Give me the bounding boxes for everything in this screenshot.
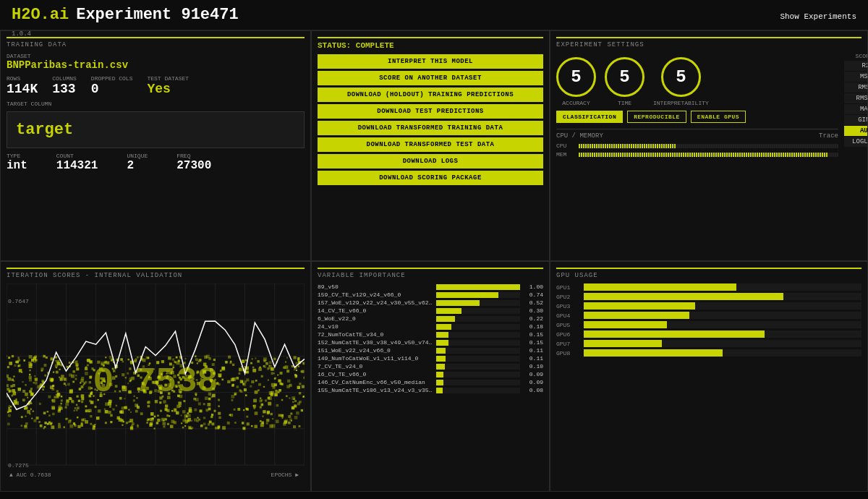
cpu-dot xyxy=(657,153,658,157)
cpu-dot xyxy=(718,144,719,148)
cpu-dot xyxy=(672,144,673,148)
cpu-dot xyxy=(830,144,832,148)
status-button-2[interactable]: DOWNLOAD (HOLDOUT) TRAINING PREDICTIONS xyxy=(318,88,543,102)
cpu-dot xyxy=(815,144,817,148)
scorer-item-logloss[interactable]: LOGLOSS xyxy=(844,137,868,147)
cpu-dot xyxy=(665,153,667,157)
dataset-name: BNPParibas-train.csv xyxy=(7,59,305,71)
scorer-item-rmse[interactable]: RMSE xyxy=(844,82,868,93)
cpu-dot xyxy=(793,144,795,148)
var-value: 0.11 xyxy=(523,355,543,362)
cpu-bar-container xyxy=(579,144,838,148)
show-experiments-link[interactable]: Show Experiments xyxy=(780,12,856,21)
variable-row: 155_NumCatTE_v106_v13_v24_v3_v35_v62_v66… xyxy=(318,387,543,393)
status-button-3[interactable]: DOWNLOAD TEST PREDICTIONS xyxy=(318,104,543,119)
cpu-dot xyxy=(670,144,671,148)
gpu-label: GPU5 xyxy=(556,322,579,328)
test-label: TEST DATASET xyxy=(147,75,189,82)
var-value: 1.00 xyxy=(523,283,543,290)
cpu-dot xyxy=(828,153,830,157)
cpu-dot xyxy=(715,153,717,157)
scorer-item-auc[interactable]: AUC xyxy=(844,126,868,136)
cpu-dot xyxy=(698,144,699,148)
cpu-dot xyxy=(811,144,812,148)
cpu-dot xyxy=(757,144,758,148)
cpu-dot xyxy=(611,153,613,157)
cpu-dot xyxy=(752,153,754,157)
cpu-dot xyxy=(787,144,788,148)
var-value: 0.22 xyxy=(523,315,543,322)
cpu-dot xyxy=(618,153,619,157)
status-button-0[interactable]: INTERPRET THIS MODEL xyxy=(318,54,543,69)
cpu-dot xyxy=(724,144,726,148)
cpu-dot xyxy=(778,153,780,157)
iteration-title: ITERATION SCORES - INTERNAL VALIDATION xyxy=(7,268,305,279)
gpu-bar xyxy=(584,312,689,319)
cpu-dot xyxy=(694,153,695,157)
cpu-dot xyxy=(728,144,730,148)
cpu-dot xyxy=(678,144,680,148)
scorer-item-gini[interactable]: GINI xyxy=(844,115,868,125)
cpu-dot xyxy=(672,153,673,157)
freq-stat: FREQ 27300 xyxy=(176,153,211,172)
cpu-dot xyxy=(774,144,775,148)
cpu-dot xyxy=(759,144,760,148)
cpu-dot xyxy=(793,153,795,157)
var-name: 146_CV_CatNumEnc_v66_v50_median xyxy=(318,379,433,385)
test-value: Yes xyxy=(147,82,189,96)
var-name: 151_WoE_v22_v24_v66_0 xyxy=(318,347,433,354)
cpu-dot xyxy=(746,144,747,148)
cpu-dot xyxy=(733,144,734,148)
cpu-dot xyxy=(659,144,660,148)
cpu-dot xyxy=(750,144,752,148)
settings-buttons: CLASSIFICATION REPRODUCIBLE ENABLE GPUS xyxy=(556,111,838,123)
scorer-item-mae[interactable]: MAE xyxy=(844,104,868,114)
variable-row: 146_CV_CatNumEnc_v66_v50_median 0.09 xyxy=(318,379,543,385)
test-stat: TEST DATASET Yes xyxy=(147,75,189,96)
cpu-dot xyxy=(655,153,656,157)
cpu-dot xyxy=(624,153,626,157)
cpu-dot xyxy=(735,153,736,157)
scorer-item-r2[interactable]: R2 xyxy=(844,61,868,71)
cpu-dot xyxy=(754,144,756,148)
status-button-5[interactable]: DOWNLOAD TRANSFORMED TEST DATA xyxy=(318,137,543,152)
var-name: 16_CV_TE_v66_0 xyxy=(318,371,433,378)
var-name: 7_CV_TE_v24_0 xyxy=(318,363,433,370)
dropped-label: DROPPED COLS xyxy=(91,75,133,82)
accuracy-value: 5 xyxy=(556,57,596,97)
status-button-6[interactable]: DOWNLOAD LOGS xyxy=(318,154,543,169)
cpu-dot xyxy=(692,144,693,148)
status-button-1[interactable]: SCORE ON ANOTHER DATASET xyxy=(318,71,543,85)
var-bar-container xyxy=(436,300,520,306)
enable-gpus-button[interactable]: ENABLE GPUS xyxy=(691,111,746,123)
scorer-item-mse[interactable]: MSE xyxy=(844,72,868,82)
cpu-dot xyxy=(737,153,739,157)
reproducible-button[interactable]: REPRODUCIBLE xyxy=(627,111,686,123)
classification-button[interactable]: CLASSIFICATION xyxy=(556,111,623,123)
var-bar xyxy=(436,380,443,385)
cpu-dot xyxy=(798,144,799,148)
var-value: 0.09 xyxy=(523,379,543,385)
dropped-stat: DROPPED COLS 0 xyxy=(91,75,133,96)
cpu-dot xyxy=(674,144,676,148)
cpu-dot xyxy=(637,153,639,157)
cpu-dot xyxy=(809,153,810,157)
cpu-dot xyxy=(700,144,702,148)
cpu-dot xyxy=(776,153,778,157)
gpu-row: GPU4 xyxy=(556,312,861,319)
cpu-dot xyxy=(709,153,710,157)
scorer-item-rmsle[interactable]: RMSLE xyxy=(844,93,868,103)
y-bottom-label: 0.7275 xyxy=(8,462,29,469)
cpu-dot xyxy=(607,144,608,148)
gpu-usage-panel: GPU USAGE GPU1 GPU2 GPU3 GPU4 GPU5 GPU6 … xyxy=(550,261,868,492)
cpu-dot xyxy=(581,153,582,157)
experiment-title: Experiment 91e471 xyxy=(76,6,238,24)
cpu-dot xyxy=(835,144,836,148)
status-button-4[interactable]: DOWNLOAD TRANSFORMED TRAINING DATA xyxy=(318,121,543,135)
status-button-7[interactable]: DOWNLOAD SCORING PACKAGE xyxy=(318,171,543,185)
variable-row: 72_NumToCatTE_v34_0 0.15 xyxy=(318,331,543,338)
cpu-dot xyxy=(833,144,834,148)
cpu-dot xyxy=(689,144,691,148)
cpu-dot xyxy=(796,144,797,148)
cpu-dot xyxy=(689,153,691,157)
